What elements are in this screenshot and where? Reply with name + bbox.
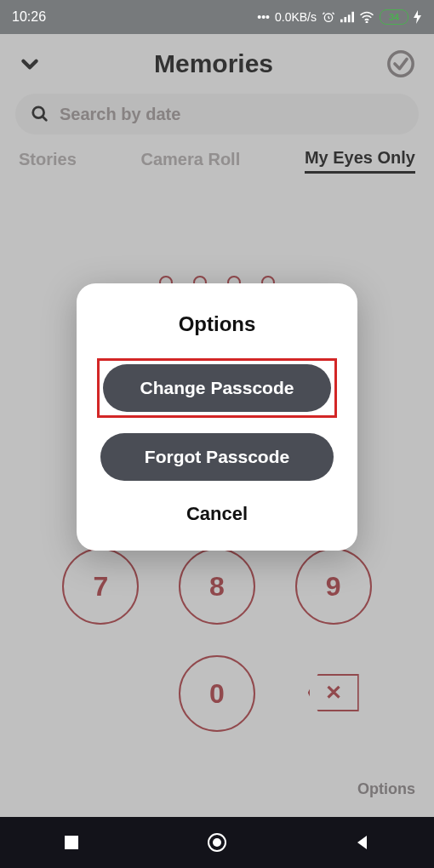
status-net-speed: 0.0KB/s: [275, 10, 317, 24]
key-7[interactable]: 7: [62, 548, 139, 625]
change-passcode-button[interactable]: Change Passcode: [103, 364, 331, 412]
status-dots: •••: [257, 10, 270, 24]
key-9[interactable]: 9: [295, 548, 372, 625]
svg-rect-2: [344, 17, 346, 22]
signal-icon: [340, 11, 354, 23]
key-0[interactable]: 0: [179, 655, 255, 732]
search-icon: [31, 105, 49, 123]
nav-home-icon[interactable]: [206, 831, 228, 854]
search-input[interactable]: Search by date: [15, 94, 419, 134]
cancel-button[interactable]: Cancel: [97, 503, 337, 525]
alarm-icon: [322, 10, 335, 24]
tabs: Stories Camera Roll My Eyes Only: [0, 146, 434, 182]
backspace-key[interactable]: ✕: [308, 674, 359, 711]
svg-rect-3: [348, 14, 351, 22]
status-right: ••• 0.0KB/s 34: [257, 9, 422, 25]
select-check-icon[interactable]: [386, 49, 415, 78]
key-empty: [62, 655, 139, 732]
key-8[interactable]: 8: [179, 548, 255, 625]
svg-point-6: [389, 52, 413, 76]
battery-icon: 34: [380, 9, 408, 25]
tab-my-eyes-only[interactable]: My Eyes Only: [305, 148, 415, 174]
forgot-passcode-button[interactable]: Forgot Passcode: [100, 433, 334, 481]
svg-rect-4: [351, 12, 354, 22]
tutorial-highlight: Change Passcode: [97, 358, 337, 418]
tab-stories[interactable]: Stories: [19, 150, 77, 173]
search-placeholder: Search by date: [60, 105, 180, 124]
chevron-down-icon[interactable]: [19, 53, 41, 75]
header: Memories: [0, 34, 434, 89]
battery-level: 34: [389, 12, 399, 22]
page-title: Memories: [154, 49, 273, 78]
status-time: 10:26: [12, 9, 46, 25]
wifi-icon: [359, 11, 374, 23]
nav-recent-icon[interactable]: [63, 834, 80, 851]
tab-camera-roll[interactable]: Camera Roll: [141, 150, 241, 173]
android-navbar: [0, 817, 434, 868]
svg-rect-9: [65, 836, 78, 849]
keypad: 7 8 9 0 ✕: [0, 548, 434, 732]
nav-back-icon[interactable]: [354, 834, 371, 851]
svg-rect-1: [340, 20, 343, 23]
charging-icon: [414, 10, 422, 24]
svg-point-11: [213, 838, 221, 847]
options-link[interactable]: Options: [357, 780, 415, 798]
svg-point-5: [366, 21, 368, 23]
modal-title: Options: [97, 312, 337, 336]
backspace-glyph: ✕: [325, 681, 342, 705]
options-modal: Options Change Passcode Forgot Passcode …: [77, 283, 357, 551]
svg-line-8: [43, 117, 47, 121]
status-bar: 10:26 ••• 0.0KB/s 34: [0, 0, 434, 34]
